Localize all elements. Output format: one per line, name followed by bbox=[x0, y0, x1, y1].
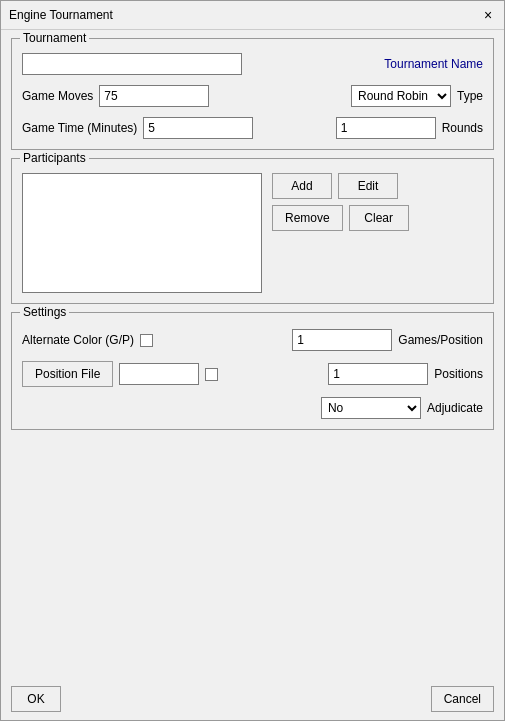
games-per-position-label: Games/Position bbox=[398, 333, 483, 347]
add-button[interactable]: Add bbox=[272, 173, 332, 199]
tournament-name-input[interactable] bbox=[22, 53, 242, 75]
alternate-color-label: Alternate Color (G/P) bbox=[22, 333, 134, 347]
adjudicate-select[interactable]: NoYes bbox=[321, 397, 421, 419]
type-select[interactable]: Round RobinKnockout bbox=[351, 85, 451, 107]
remove-clear-row: Remove Clear bbox=[272, 205, 483, 231]
type-section: Round RobinKnockout Type bbox=[351, 85, 483, 107]
game-time-label: Game Time (Minutes) bbox=[22, 121, 137, 135]
tournament-group-label: Tournament bbox=[20, 31, 89, 45]
rounds-label: Rounds bbox=[442, 121, 483, 135]
alternate-color-checkbox[interactable] bbox=[140, 334, 153, 347]
participants-group: Participants Add Edit Remove Clear bbox=[11, 158, 494, 304]
participants-list[interactable] bbox=[22, 173, 262, 293]
window-title: Engine Tournament bbox=[9, 8, 113, 22]
tournament-name-row: Tournament Name bbox=[22, 53, 483, 75]
position-file-input[interactable] bbox=[119, 363, 199, 385]
close-button[interactable]: × bbox=[480, 7, 496, 23]
tournament-group: Tournament Tournament Name Game Moves Ro… bbox=[11, 38, 494, 150]
remove-button[interactable]: Remove bbox=[272, 205, 343, 231]
add-edit-row: Add Edit bbox=[272, 173, 483, 199]
edit-button[interactable]: Edit bbox=[338, 173, 398, 199]
footer: OK Cancel bbox=[1, 680, 504, 720]
clear-button[interactable]: Clear bbox=[349, 205, 409, 231]
ok-button[interactable]: OK bbox=[11, 686, 61, 712]
game-moves-section: Game Moves bbox=[22, 85, 351, 107]
title-bar: Engine Tournament × bbox=[1, 1, 504, 30]
adjudicate-row: NoYes Adjudicate bbox=[22, 397, 483, 419]
alternate-color-row: Alternate Color (G/P) Games/Position bbox=[22, 329, 483, 351]
game-moves-input[interactable] bbox=[99, 85, 209, 107]
rounds-section: Rounds bbox=[336, 117, 483, 139]
rounds-input[interactable] bbox=[336, 117, 436, 139]
position-file-row: Position File Positions bbox=[22, 361, 483, 387]
settings-group: Settings Alternate Color (G/P) Games/Pos… bbox=[11, 312, 494, 430]
adjudicate-label: Adjudicate bbox=[427, 401, 483, 415]
tournament-moves-row: Game Moves Round RobinKnockout Type bbox=[22, 85, 483, 107]
participants-buttons: Add Edit Remove Clear bbox=[272, 173, 483, 231]
participants-content: Add Edit Remove Clear bbox=[22, 173, 483, 293]
cancel-button[interactable]: Cancel bbox=[431, 686, 494, 712]
engine-tournament-window: Engine Tournament × Tournament Tournamen… bbox=[0, 0, 505, 721]
game-time-input[interactable] bbox=[143, 117, 253, 139]
position-file-checkbox[interactable] bbox=[205, 368, 218, 381]
settings-group-label: Settings bbox=[20, 305, 69, 319]
tournament-name-label: Tournament Name bbox=[384, 57, 483, 71]
positions-label: Positions bbox=[434, 367, 483, 381]
games-per-position-input[interactable] bbox=[292, 329, 392, 351]
type-label: Type bbox=[457, 89, 483, 103]
window-body: Tournament Tournament Name Game Moves Ro… bbox=[1, 30, 504, 680]
game-time-section: Game Time (Minutes) bbox=[22, 117, 336, 139]
game-moves-label: Game Moves bbox=[22, 89, 93, 103]
position-file-button[interactable]: Position File bbox=[22, 361, 113, 387]
positions-input[interactable] bbox=[328, 363, 428, 385]
tournament-time-row: Game Time (Minutes) Rounds bbox=[22, 117, 483, 139]
participants-group-label: Participants bbox=[20, 151, 89, 165]
